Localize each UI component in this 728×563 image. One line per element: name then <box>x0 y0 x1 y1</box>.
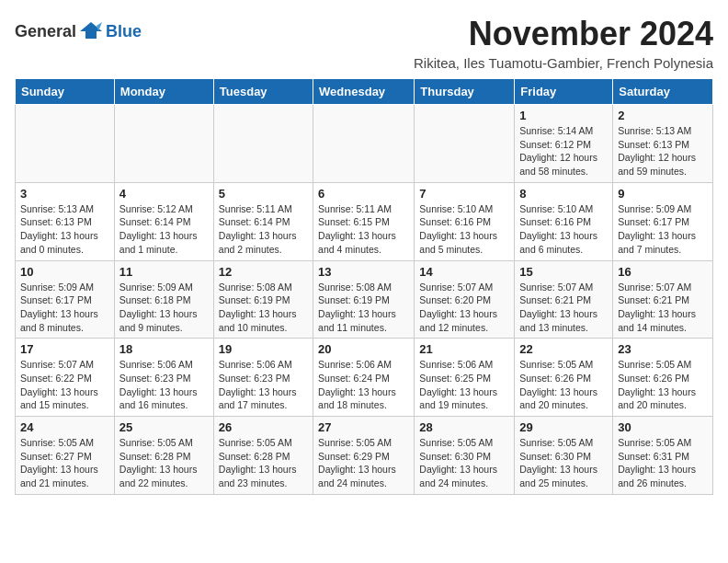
day-number: 17 <box>20 342 109 356</box>
calendar-day-cell: 18Sunrise: 5:06 AM Sunset: 6:23 PM Dayli… <box>114 339 213 417</box>
day-number: 27 <box>318 420 409 434</box>
calendar-day-cell: 9Sunrise: 5:09 AM Sunset: 6:17 PM Daylig… <box>613 182 713 260</box>
calendar-day-cell: 1Sunrise: 5:14 AM Sunset: 6:12 PM Daylig… <box>515 105 613 183</box>
day-number: 8 <box>519 187 608 201</box>
day-info: Sunrise: 5:12 AM Sunset: 6:14 PM Dayligh… <box>119 202 209 257</box>
day-number: 4 <box>119 187 209 201</box>
title-block: November 2024 Rikitea, Iles Tuamotu-Gamb… <box>414 15 713 71</box>
day-number: 19 <box>219 342 308 356</box>
logo-general: General <box>15 22 76 41</box>
day-info: Sunrise: 5:06 AM Sunset: 6:23 PM Dayligh… <box>219 358 308 412</box>
day-number: 2 <box>618 109 708 122</box>
day-info: Sunrise: 5:09 AM Sunset: 6:17 PM Dayligh… <box>618 202 708 257</box>
calendar-week-row: 10Sunrise: 5:09 AM Sunset: 6:17 PM Dayli… <box>16 260 713 339</box>
day-number: 10 <box>20 265 109 279</box>
day-number: 3 <box>20 187 109 201</box>
day-number: 21 <box>419 342 509 356</box>
day-number: 6 <box>318 187 409 201</box>
calendar-day-cell: 7Sunrise: 5:10 AM Sunset: 6:16 PM Daylig… <box>415 182 515 260</box>
weekday-header-friday: Friday <box>515 79 613 105</box>
day-info: Sunrise: 5:05 AM Sunset: 6:28 PM Dayligh… <box>119 436 209 490</box>
day-number: 7 <box>419 187 509 201</box>
day-info: Sunrise: 5:09 AM Sunset: 6:18 PM Dayligh… <box>119 281 209 335</box>
day-number: 18 <box>119 342 209 356</box>
day-number: 14 <box>419 265 509 279</box>
day-info: Sunrise: 5:05 AM Sunset: 6:26 PM Dayligh… <box>618 358 708 412</box>
day-info: Sunrise: 5:08 AM Sunset: 6:19 PM Dayligh… <box>318 281 409 335</box>
calendar-week-row: 3Sunrise: 5:13 AM Sunset: 6:13 PM Daylig… <box>16 182 713 260</box>
day-number: 15 <box>519 265 608 279</box>
weekday-header-monday: Monday <box>114 79 213 105</box>
calendar-day-cell: 11Sunrise: 5:09 AM Sunset: 6:18 PM Dayli… <box>114 260 213 339</box>
calendar-table: SundayMondayTuesdayWednesdayThursdayFrid… <box>15 78 713 495</box>
day-info: Sunrise: 5:11 AM Sunset: 6:14 PM Dayligh… <box>219 202 308 257</box>
day-number: 23 <box>618 342 708 356</box>
calendar-day-cell: 30Sunrise: 5:05 AM Sunset: 6:31 PM Dayli… <box>613 417 713 495</box>
day-info: Sunrise: 5:07 AM Sunset: 6:20 PM Dayligh… <box>419 281 509 335</box>
calendar-day-cell: 6Sunrise: 5:11 AM Sunset: 6:15 PM Daylig… <box>313 182 415 260</box>
weekday-header-row: SundayMondayTuesdayWednesdayThursdayFrid… <box>16 79 713 105</box>
calendar-day-cell: 8Sunrise: 5:10 AM Sunset: 6:16 PM Daylig… <box>515 182 613 260</box>
weekday-header-thursday: Thursday <box>415 79 515 105</box>
calendar-day-cell: 24Sunrise: 5:05 AM Sunset: 6:27 PM Dayli… <box>16 417 115 495</box>
header: General Blue November 2024 Rikitea, Iles… <box>15 15 713 71</box>
day-info: Sunrise: 5:07 AM Sunset: 6:21 PM Dayligh… <box>618 281 708 335</box>
calendar-day-cell: 5Sunrise: 5:11 AM Sunset: 6:14 PM Daylig… <box>213 182 313 260</box>
calendar-week-row: 1Sunrise: 5:14 AM Sunset: 6:12 PM Daylig… <box>16 105 713 183</box>
day-info: Sunrise: 5:10 AM Sunset: 6:16 PM Dayligh… <box>519 202 608 257</box>
day-info: Sunrise: 5:07 AM Sunset: 6:21 PM Dayligh… <box>519 281 608 335</box>
day-number: 29 <box>519 420 608 434</box>
calendar-day-cell: 10Sunrise: 5:09 AM Sunset: 6:17 PM Dayli… <box>16 260 115 339</box>
day-info: Sunrise: 5:07 AM Sunset: 6:22 PM Dayligh… <box>20 358 109 412</box>
calendar-day-cell: 12Sunrise: 5:08 AM Sunset: 6:19 PM Dayli… <box>213 260 313 339</box>
day-info: Sunrise: 5:08 AM Sunset: 6:19 PM Dayligh… <box>219 281 308 335</box>
calendar-week-row: 24Sunrise: 5:05 AM Sunset: 6:27 PM Dayli… <box>16 417 713 495</box>
calendar-day-cell: 23Sunrise: 5:05 AM Sunset: 6:26 PM Dayli… <box>613 339 713 417</box>
weekday-header-wednesday: Wednesday <box>313 79 415 105</box>
page-title: November 2024 <box>414 15 713 53</box>
calendar-day-cell: 21Sunrise: 5:06 AM Sunset: 6:25 PM Dayli… <box>415 339 515 417</box>
calendar-day-cell: 26Sunrise: 5:05 AM Sunset: 6:28 PM Dayli… <box>213 417 313 495</box>
day-info: Sunrise: 5:06 AM Sunset: 6:23 PM Dayligh… <box>119 358 209 412</box>
day-info: Sunrise: 5:05 AM Sunset: 6:31 PM Dayligh… <box>618 436 708 490</box>
calendar-day-cell: 25Sunrise: 5:05 AM Sunset: 6:28 PM Dayli… <box>114 417 213 495</box>
day-info: Sunrise: 5:09 AM Sunset: 6:17 PM Dayligh… <box>20 281 109 335</box>
weekday-header-saturday: Saturday <box>613 79 713 105</box>
day-info: Sunrise: 5:05 AM Sunset: 6:26 PM Dayligh… <box>519 358 608 412</box>
calendar-day-cell: 15Sunrise: 5:07 AM Sunset: 6:21 PM Dayli… <box>515 260 613 339</box>
empty-day-cell <box>213 105 313 183</box>
day-number: 22 <box>519 342 608 356</box>
day-info: Sunrise: 5:06 AM Sunset: 6:25 PM Dayligh… <box>419 358 509 412</box>
day-number: 9 <box>618 187 708 201</box>
calendar-day-cell: 17Sunrise: 5:07 AM Sunset: 6:22 PM Dayli… <box>16 339 115 417</box>
page-subtitle: Rikitea, Iles Tuamotu-Gambier, French Po… <box>414 55 713 71</box>
calendar-day-cell: 3Sunrise: 5:13 AM Sunset: 6:13 PM Daylig… <box>16 182 115 260</box>
day-info: Sunrise: 5:13 AM Sunset: 6:13 PM Dayligh… <box>20 202 109 257</box>
day-info: Sunrise: 5:10 AM Sunset: 6:16 PM Dayligh… <box>419 202 509 257</box>
weekday-header-tuesday: Tuesday <box>213 79 313 105</box>
calendar-day-cell: 19Sunrise: 5:06 AM Sunset: 6:23 PM Dayli… <box>213 339 313 417</box>
day-number: 5 <box>219 187 308 201</box>
day-info: Sunrise: 5:06 AM Sunset: 6:24 PM Dayligh… <box>318 358 409 412</box>
logo-bird-icon <box>78 18 104 44</box>
day-info: Sunrise: 5:11 AM Sunset: 6:15 PM Dayligh… <box>318 202 409 257</box>
day-number: 13 <box>318 265 409 279</box>
empty-day-cell <box>313 105 415 183</box>
day-number: 30 <box>618 420 708 434</box>
empty-day-cell <box>114 105 213 183</box>
day-number: 11 <box>119 265 209 279</box>
calendar-day-cell: 2Sunrise: 5:13 AM Sunset: 6:13 PM Daylig… <box>613 105 713 183</box>
calendar-day-cell: 13Sunrise: 5:08 AM Sunset: 6:19 PM Dayli… <box>313 260 415 339</box>
calendar-day-cell: 29Sunrise: 5:05 AM Sunset: 6:30 PM Dayli… <box>515 417 613 495</box>
day-info: Sunrise: 5:05 AM Sunset: 6:30 PM Dayligh… <box>519 436 608 490</box>
empty-day-cell <box>16 105 115 183</box>
weekday-header-sunday: Sunday <box>16 79 115 105</box>
empty-day-cell <box>415 105 515 183</box>
calendar-day-cell: 16Sunrise: 5:07 AM Sunset: 6:21 PM Dayli… <box>613 260 713 339</box>
day-number: 24 <box>20 420 109 434</box>
day-info: Sunrise: 5:14 AM Sunset: 6:12 PM Dayligh… <box>519 124 608 178</box>
day-number: 25 <box>119 420 209 434</box>
day-info: Sunrise: 5:05 AM Sunset: 6:28 PM Dayligh… <box>219 436 308 490</box>
calendar-day-cell: 4Sunrise: 5:12 AM Sunset: 6:14 PM Daylig… <box>114 182 213 260</box>
logo: General Blue <box>15 18 142 44</box>
